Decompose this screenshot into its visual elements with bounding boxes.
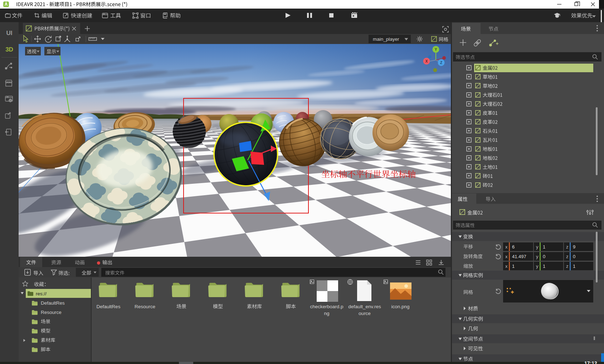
svg-text:1: 1 xyxy=(573,264,575,269)
svg-text:x: x xyxy=(505,264,508,269)
svg-text:main_player: main_player xyxy=(373,36,399,42)
svg-text:x: x xyxy=(505,244,508,250)
svg-text:1: 1 xyxy=(543,264,545,269)
svg-text:ource: ource xyxy=(359,311,371,316)
svg-text:DefaultRes: DefaultRes xyxy=(41,300,65,306)
svg-text:6: 6 xyxy=(512,244,515,250)
svg-text:default_env.res: default_env.res xyxy=(348,304,381,309)
svg-text:41.497: 41.497 xyxy=(512,254,526,259)
svg-text:x: x xyxy=(505,254,508,259)
svg-text:y: y xyxy=(536,264,539,269)
svg-text:17:12: 17:12 xyxy=(584,360,597,364)
svg-text:0: 0 xyxy=(573,254,575,259)
svg-text:z: z xyxy=(566,254,569,259)
svg-text:y: y xyxy=(536,244,539,250)
svg-text:Resource: Resource xyxy=(41,310,62,315)
svg-text:0: 0 xyxy=(543,254,545,259)
svg-text:res://: res:// xyxy=(36,291,47,296)
svg-text:UI: UI xyxy=(6,30,13,36)
svg-text:3D: 3D xyxy=(5,46,13,53)
svg-text:Resource: Resource xyxy=(135,304,155,309)
svg-text:9: 9 xyxy=(573,244,575,250)
svg-text:z: z xyxy=(566,244,569,250)
svg-text:z: z xyxy=(566,264,569,269)
svg-text:1: 1 xyxy=(512,264,515,269)
svg-text:y: y xyxy=(536,254,539,259)
svg-text:DefaultRes: DefaultRes xyxy=(97,304,121,309)
svg-text:icon.png: icon.png xyxy=(391,304,409,309)
svg-text:1: 1 xyxy=(543,244,545,250)
svg-text:checkerboard.p: checkerboard.p xyxy=(310,304,343,309)
svg-text:ng: ng xyxy=(324,311,329,316)
